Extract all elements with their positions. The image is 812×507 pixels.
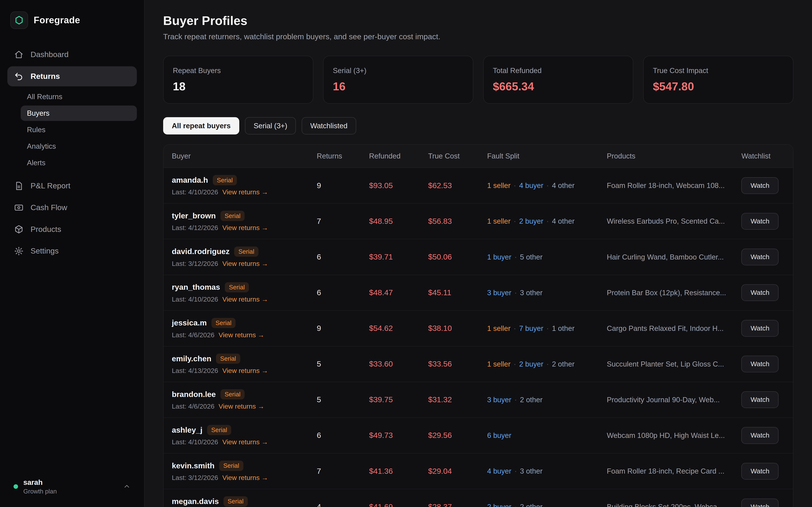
- table-row[interactable]: jessica.mSerialLast: 4/6/2026View return…: [163, 311, 793, 346]
- cash-icon: [14, 203, 24, 212]
- watch-button[interactable]: Watch: [741, 427, 778, 444]
- fault-part-other: 2 other: [552, 360, 574, 368]
- table-row[interactable]: brandon.leeSerialLast: 4/6/2026View retu…: [163, 382, 793, 418]
- sidebar-subitem-analytics[interactable]: Analytics: [21, 138, 137, 154]
- sidebar-item-label: Cash Flow: [31, 203, 67, 212]
- buyer-cell: emily.chenSerialLast: 4/13/2026View retu…: [172, 353, 317, 375]
- watch-button[interactable]: Watch: [741, 177, 778, 194]
- sidebar-subitem-all-returns[interactable]: All Returns: [21, 89, 137, 105]
- watch-button[interactable]: Watch: [741, 463, 778, 480]
- table-row[interactable]: amanda.hSerialLast: 4/10/2026View return…: [163, 168, 793, 204]
- true-cost-amount: $31.32: [428, 395, 487, 404]
- sidebar-item-label: Settings: [31, 246, 59, 256]
- watch-button[interactable]: Watch: [741, 248, 778, 265]
- view-returns-link[interactable]: View returns →: [222, 367, 268, 375]
- fault-separator: ·: [546, 360, 549, 368]
- view-returns-link[interactable]: View returns →: [218, 403, 264, 410]
- sidebar-item-label: Dashboard: [31, 50, 68, 59]
- serial-badge: Serial: [223, 496, 248, 507]
- refunded-amount: $39.75: [369, 395, 428, 404]
- stat-value: $665.34: [493, 80, 624, 93]
- true-cost-amount: $28.37: [428, 503, 487, 507]
- last-return-date: Last: 4/10/2026: [172, 438, 218, 446]
- stat-card-repeat-buyers: Repeat Buyers18: [163, 56, 313, 104]
- watch-button[interactable]: Watch: [741, 356, 778, 372]
- user-menu[interactable]: sarah Growth plan: [7, 468, 137, 507]
- table-row[interactable]: kevin.smithSerialLast: 3/12/2026View ret…: [163, 453, 793, 489]
- column-header-fault-split: Fault Split: [487, 152, 607, 160]
- table-row[interactable]: ashley_jSerialLast: 4/10/2026View return…: [163, 418, 793, 453]
- user-info: sarah Growth plan: [23, 477, 57, 496]
- sidebar-item-returns[interactable]: Returns: [7, 66, 137, 87]
- serial-badge: Serial: [213, 175, 237, 185]
- fault-part-buyer: 3 buyer: [487, 396, 511, 404]
- filter-chip-serial-3[interactable]: Serial (3+): [245, 117, 296, 134]
- buyer-name: megan.davis: [172, 497, 219, 506]
- fault-part-other: 1 other: [552, 324, 574, 332]
- true-cost-amount: $33.56: [428, 359, 487, 369]
- stat-label: True Cost Impact: [653, 66, 783, 75]
- view-returns-link[interactable]: View returns →: [222, 438, 268, 446]
- buyer-cell: brandon.leeSerialLast: 4/6/2026View retu…: [172, 389, 317, 410]
- stat-value: 18: [173, 80, 304, 93]
- sidebar-item-cash-flow[interactable]: Cash Flow: [7, 198, 137, 218]
- serial-badge: Serial: [219, 461, 243, 471]
- fault-part-buyer: 7 buyer: [519, 324, 543, 332]
- view-returns-link[interactable]: View returns →: [222, 295, 268, 303]
- fault-part-buyer: 2 buyer: [519, 217, 543, 225]
- buyer-name: tyler_brown: [172, 212, 216, 220]
- last-return-date: Last: 4/10/2026: [172, 295, 218, 303]
- watch-cell: Watch: [741, 463, 793, 480]
- chevron-up-icon[interactable]: [123, 483, 131, 490]
- buyer-cell: megan.davisSerialLast: 4/12/2026View ret…: [172, 496, 317, 507]
- watch-button[interactable]: Watch: [741, 320, 778, 337]
- table-row[interactable]: ryan_thomasSerialLast: 4/10/2026View ret…: [163, 275, 793, 311]
- sidebar-subitem-rules[interactable]: Rules: [21, 122, 137, 137]
- fault-part-other: 5 other: [520, 253, 543, 261]
- table-row[interactable]: david.rodriguezSerialLast: 3/12/2026View…: [163, 239, 793, 275]
- buyer-cell: kevin.smithSerialLast: 3/12/2026View ret…: [172, 461, 317, 482]
- view-returns-link[interactable]: View returns →: [222, 224, 268, 232]
- fault-separator: ·: [514, 289, 517, 297]
- returns-count: 7: [317, 217, 369, 226]
- fault-split: 1 buyer·5 other: [487, 253, 607, 261]
- view-returns-link[interactable]: View returns →: [218, 331, 264, 339]
- fault-part-seller: 1 seller: [487, 324, 510, 332]
- sidebar-subitem-alerts[interactable]: Alerts: [21, 155, 137, 171]
- last-return-date: Last: 4/12/2026: [172, 224, 218, 232]
- fault-part-other: 4 other: [552, 217, 574, 225]
- watch-button[interactable]: Watch: [741, 213, 778, 230]
- fault-part-other: 2 other: [520, 396, 543, 404]
- fault-part-other: 2 other: [520, 503, 543, 507]
- buyer-name: emily.chen: [172, 354, 211, 363]
- filter-chip-all-repeat-buyers[interactable]: All repeat buyers: [163, 117, 239, 134]
- filter-chip-watchlisted[interactable]: Watchlisted: [302, 117, 356, 134]
- watch-cell: Watch: [741, 213, 793, 230]
- sidebar: Foregrade DashboardReturnsAll ReturnsBuy…: [0, 0, 145, 507]
- table-row[interactable]: emily.chenSerialLast: 4/13/2026View retu…: [163, 346, 793, 382]
- true-cost-amount: $62.53: [428, 181, 487, 190]
- buyer-cell: ashley_jSerialLast: 4/10/2026View return…: [172, 425, 317, 446]
- refunded-amount: $39.71: [369, 252, 428, 262]
- stat-label: Total Refunded: [493, 66, 624, 75]
- products-list: Hair Curling Wand, Bamboo Cutler...: [607, 253, 741, 261]
- watch-button[interactable]: Watch: [741, 499, 778, 507]
- view-returns-link[interactable]: View returns →: [222, 188, 268, 196]
- sidebar-item-p-l-report[interactable]: P&L Report: [7, 176, 137, 196]
- watch-button[interactable]: Watch: [741, 284, 778, 301]
- watch-cell: Watch: [741, 499, 793, 507]
- last-return-date: Last: 3/12/2026: [172, 474, 218, 482]
- table-row[interactable]: tyler_brownSerialLast: 4/12/2026View ret…: [163, 204, 793, 239]
- returns-count: 5: [317, 395, 369, 404]
- sidebar-item-products[interactable]: Products: [7, 219, 137, 239]
- fault-split: 1 seller·2 buyer·4 other: [487, 217, 607, 225]
- watch-button[interactable]: Watch: [741, 391, 778, 408]
- sidebar-item-settings[interactable]: Settings: [7, 241, 137, 261]
- table-row[interactable]: megan.davisSerialLast: 4/12/2026View ret…: [163, 489, 793, 507]
- sidebar-subitem-buyers[interactable]: Buyers: [21, 106, 137, 121]
- returns-count: 6: [317, 431, 369, 440]
- view-returns-link[interactable]: View returns →: [222, 474, 268, 482]
- view-returns-link[interactable]: View returns →: [222, 260, 268, 268]
- fault-split: 6 buyer: [487, 431, 607, 440]
- sidebar-item-dashboard[interactable]: Dashboard: [7, 45, 137, 65]
